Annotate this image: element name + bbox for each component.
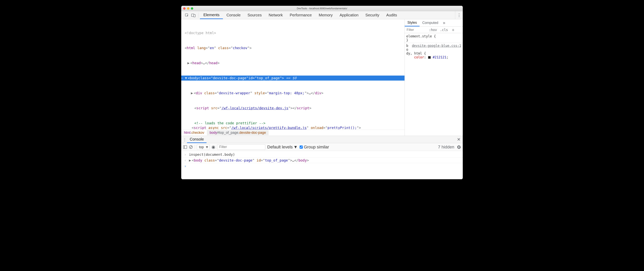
dom-tree[interactable]: <!doctype html> <html lang="en" class="c… (181, 19, 404, 136)
new-style-rule-icon[interactable]: ＋ (450, 27, 457, 33)
breadcrumb: html.checkov body#top_of_page.devsite-do… (181, 130, 404, 136)
tab-console[interactable]: Console (223, 11, 244, 19)
drawer-tab-console[interactable]: Console (187, 136, 206, 143)
hidden-count[interactable]: 7 hidden (438, 144, 454, 150)
drawer-bar: ⋮ Console ✕ (181, 136, 463, 143)
drawer-menu-icon[interactable]: ⋮ (182, 137, 187, 142)
svg-rect-3 (183, 146, 187, 148)
element-style-rule[interactable]: element.style {} (406, 34, 461, 42)
main-split: <!doctype html> <html lang="en" class="c… (181, 19, 463, 136)
console-sidebar-icon[interactable] (183, 145, 187, 149)
tab-security[interactable]: Security (362, 11, 383, 19)
main-menu-icon[interactable]: ⋮ (455, 11, 463, 19)
color-swatch[interactable] (428, 56, 431, 59)
hov-toggle[interactable]: :hov (428, 28, 438, 32)
sidebar-tab-computed[interactable]: Computed (420, 19, 441, 26)
input-chevron-icon: › (184, 152, 187, 156)
titlebar: DevTools - localhost:8080/web/fundamenta… (181, 6, 463, 11)
console-input-row[interactable]: › inspect(document.body) (181, 152, 463, 158)
css-rule[interactable]: b devsite-google-blue.css:1 o dy, html {… (406, 44, 461, 59)
context-select[interactable]: top (197, 144, 210, 150)
crumb-html[interactable]: html.checkov (181, 130, 207, 135)
tab-memory[interactable]: Memory (315, 11, 336, 19)
live-expression-icon[interactable]: ◉ (212, 144, 215, 150)
crumb-body[interactable]: body#top_of_page.devsite-doc-page (207, 130, 268, 135)
dom-div-wrapper[interactable]: ▶<div class="devsite-wrapper" style="mar… (184, 90, 404, 96)
dom-html-open[interactable]: <html lang="en" class="checkov"> (184, 46, 404, 50)
dom-head[interactable]: ▶<head>…</head> (184, 60, 404, 66)
devtools-window: DevTools - localhost:8080/web/fundamenta… (181, 6, 463, 179)
styles-sidebar: Styles Computed » :hov .cls ＋ element.st… (404, 19, 463, 136)
styles-body[interactable]: element.style {} b devsite-google-blue.c… (405, 33, 463, 136)
tab-application[interactable]: Application (336, 11, 362, 19)
tab-network[interactable]: Network (265, 11, 286, 19)
console-prompt-row[interactable]: › (181, 163, 463, 169)
output-chevron-icon: ‹ (184, 158, 187, 162)
dom-body-open[interactable]: ⋯ ▼<body class="devsite-doc-page" id="to… (181, 76, 404, 80)
source-link[interactable]: devsite-google-blue.css:1 (412, 44, 461, 48)
prompt-chevron-icon: › (184, 164, 187, 168)
sidebar-tab-styles[interactable]: Styles (405, 19, 420, 26)
panel-tabs: Elements Console Sources Network Perform… (200, 11, 400, 19)
drawer-close-icon[interactable]: ✕ (456, 137, 462, 142)
tab-audits[interactable]: Audits (383, 11, 400, 19)
log-levels-dropdown[interactable]: Default levels ▼ (267, 144, 298, 150)
window-title: DevTools - localhost:8080/web/fundamenta… (181, 7, 463, 10)
device-toolbar-icon[interactable] (190, 12, 197, 18)
console-filter-input[interactable] (217, 144, 265, 150)
sidebar-filter-bar: :hov .cls ＋ (405, 26, 463, 33)
elements-panel: <!doctype html> <html lang="en" class="c… (181, 19, 404, 136)
console-result-row[interactable]: ‹ ▶<body class="devsite-doc-page" id="to… (181, 158, 463, 163)
console-toolbar: top ◉ Default levels ▼ Group similar 7 h… (181, 143, 463, 151)
clear-console-icon[interactable] (189, 145, 193, 149)
toolbar-separator (198, 13, 198, 18)
dom-comment[interactable]: <!-- loads the code prettifier --> (184, 121, 404, 126)
group-similar-checkbox[interactable]: Group similar (300, 144, 329, 150)
svg-rect-2 (194, 14, 195, 17)
dom-script-1[interactable]: <script src="/wf-local/scripts/devsite-d… (184, 106, 404, 111)
console-result-text: ▶<body class="devsite-doc-page" id="top_… (189, 158, 309, 162)
console-log[interactable]: › inspect(document.body) ‹ ▶<body class=… (181, 151, 463, 179)
sidebar-tabs: Styles Computed » (405, 19, 463, 26)
tab-elements[interactable]: Elements (200, 11, 223, 19)
console-settings-icon[interactable] (457, 145, 461, 149)
main-toolbar: Elements Console Sources Network Perform… (181, 11, 463, 19)
console-drawer: ⋮ Console ✕ top ◉ (181, 136, 463, 179)
console-input-text: inspect(document.body) (189, 152, 235, 156)
dom-doctype[interactable]: <!doctype html> (184, 30, 404, 36)
inspect-element-icon[interactable] (184, 12, 190, 18)
cls-toggle[interactable]: .cls (438, 28, 450, 32)
tab-performance[interactable]: Performance (286, 11, 316, 19)
tab-sources[interactable]: Sources (244, 11, 265, 19)
styles-filter-input[interactable] (405, 28, 428, 32)
group-similar-input[interactable] (300, 146, 303, 148)
sidebar-more-icon[interactable]: » (441, 20, 447, 26)
